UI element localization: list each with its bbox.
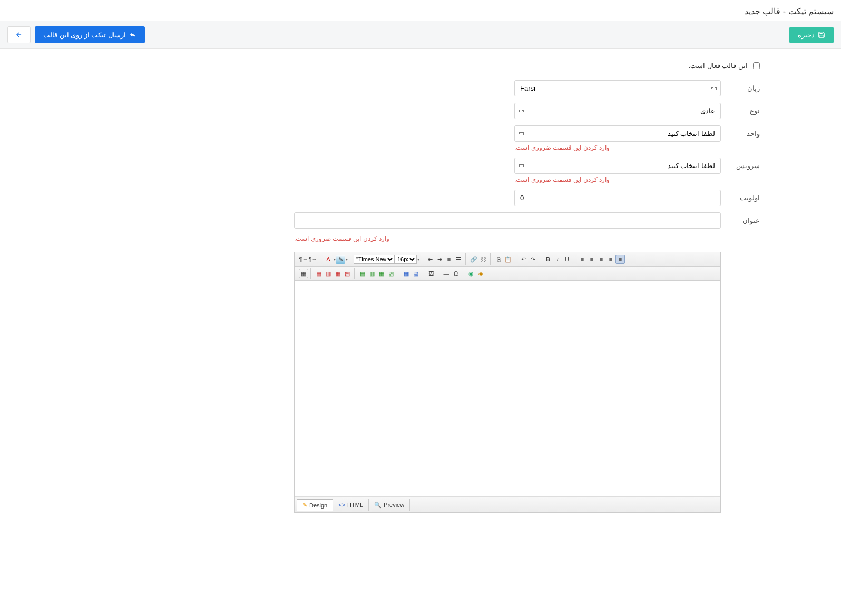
main-toolbar: ذخیره ارسال تیکت از روی این قالب bbox=[0, 21, 841, 49]
row-delete-icon[interactable]: ▦ bbox=[333, 269, 343, 278]
title-input[interactable] bbox=[294, 212, 721, 229]
undo-icon[interactable]: ↶ bbox=[519, 255, 528, 264]
service-error: وارد کردن این قسمت ضروری است. bbox=[514, 176, 721, 183]
col-merge-icon[interactable]: ▧ bbox=[386, 269, 396, 278]
paste-icon[interactable]: 📋 bbox=[503, 255, 513, 264]
insert-object-icon[interactable]: ◈ bbox=[476, 269, 485, 278]
row-merge-icon[interactable]: ▧ bbox=[343, 269, 352, 278]
unit-error: وارد کردن این قسمت ضروری است. bbox=[514, 144, 721, 151]
col-delete-icon[interactable]: ▦ bbox=[377, 269, 386, 278]
type-label: نوع bbox=[728, 103, 760, 115]
align-justify-icon[interactable]: ≡ bbox=[606, 255, 615, 264]
font-color-icon[interactable]: A bbox=[324, 255, 333, 264]
active-checkbox-label: این قالب فعال است. bbox=[689, 62, 748, 70]
paragraph-ltr-icon[interactable]: ¶← bbox=[299, 255, 308, 264]
priority-input[interactable] bbox=[514, 190, 721, 206]
save-button[interactable]: ذخیره bbox=[789, 27, 834, 43]
align-center-icon[interactable]: ≡ bbox=[587, 255, 596, 264]
unit-label: واحد bbox=[728, 125, 760, 138]
cell-merge-icon[interactable]: ▦ bbox=[402, 269, 411, 278]
code-icon: <> bbox=[338, 502, 345, 508]
insert-table-icon[interactable]: ▦ bbox=[299, 269, 308, 278]
tab-design[interactable]: ✎ Design bbox=[297, 499, 333, 511]
font-size-select[interactable]: 16px bbox=[395, 255, 417, 264]
language-select[interactable]: Farsi bbox=[514, 80, 721, 96]
ordered-list-icon[interactable]: ≡ bbox=[444, 255, 454, 264]
unordered-list-icon[interactable]: ☰ bbox=[454, 255, 463, 264]
unit-select[interactable]: لطفا انتخاب کنید bbox=[514, 125, 721, 142]
save-icon bbox=[818, 31, 825, 38]
align-right-icon[interactable]: ≡ bbox=[596, 255, 606, 264]
unlink-icon[interactable]: ⛓ bbox=[478, 255, 488, 264]
save-button-label: ذخیره bbox=[798, 31, 815, 39]
priority-label: اولویت bbox=[728, 190, 760, 202]
insert-media-icon[interactable]: ◉ bbox=[466, 269, 476, 278]
service-select[interactable]: لطفا انتخاب کنید bbox=[514, 158, 721, 174]
outdent-icon[interactable]: ⇤ bbox=[425, 255, 435, 264]
row-insert-above-icon[interactable]: ▤ bbox=[314, 269, 324, 278]
send-ticket-label: ارسال تیکت از روی این قالب bbox=[43, 31, 126, 39]
editor-toolbar-row-1: ¶← ¶→ A▾ ✎▾ "Times New ... 16px▾ ⇤ ⇥ ≡ ☰ bbox=[295, 252, 720, 267]
rich-text-editor: ¶← ¶→ A▾ ✎▾ "Times New ... 16px▾ ⇤ ⇥ ≡ ☰ bbox=[294, 252, 721, 513]
bold-icon[interactable]: B bbox=[543, 255, 553, 264]
pencil-icon: ✎ bbox=[302, 502, 307, 509]
tab-preview[interactable]: 🔍 Preview bbox=[369, 499, 410, 511]
title-label: عنوان bbox=[728, 212, 760, 224]
font-family-select[interactable]: "Times New ... bbox=[354, 255, 395, 264]
chevron-down-icon[interactable]: ▾ bbox=[417, 257, 419, 262]
page-title: سیستم تیکت - قالب جدید bbox=[0, 0, 841, 21]
active-checkbox[interactable] bbox=[753, 62, 760, 69]
redo-icon[interactable]: ↷ bbox=[528, 255, 537, 264]
arrow-left-icon bbox=[15, 31, 23, 38]
service-label: سرویس bbox=[728, 158, 760, 170]
tab-html-label: HTML bbox=[347, 502, 363, 508]
col-insert-left-icon[interactable]: ▤ bbox=[358, 269, 367, 278]
underline-icon[interactable]: U bbox=[562, 255, 572, 264]
link-icon[interactable]: 🔗 bbox=[469, 255, 478, 264]
italic-icon[interactable]: I bbox=[553, 255, 562, 264]
tab-preview-label: Preview bbox=[384, 502, 404, 508]
cell-split-icon[interactable]: ▧ bbox=[411, 269, 420, 278]
language-label: زبان bbox=[728, 80, 760, 92]
tab-design-label: Design bbox=[309, 502, 327, 509]
title-error: وارد کردن این قسمت ضروری است. bbox=[294, 235, 721, 242]
image-icon[interactable]: 🖼 bbox=[426, 269, 436, 278]
align-left-icon[interactable]: ≡ bbox=[578, 255, 587, 264]
send-ticket-button[interactable]: ارسال تیکت از روی این قالب bbox=[35, 26, 145, 43]
copy-icon[interactable]: ⎘ bbox=[494, 255, 503, 264]
paragraph-rtl-icon[interactable]: ¶→ bbox=[308, 255, 318, 264]
insert-hr-icon[interactable]: — bbox=[442, 269, 451, 278]
row-insert-below-icon[interactable]: ▥ bbox=[324, 269, 333, 278]
editor-footer: ✎ Design <> HTML 🔍 Preview bbox=[295, 497, 720, 512]
indent-icon[interactable]: ⇥ bbox=[435, 255, 444, 264]
back-button[interactable] bbox=[7, 26, 31, 43]
highlight-icon[interactable]: ✎ bbox=[336, 255, 345, 264]
active-checkbox-row: این قالب فعال است. bbox=[270, 62, 760, 70]
magnifier-icon: 🔍 bbox=[374, 502, 382, 509]
chevron-down-icon[interactable]: ▾ bbox=[346, 257, 348, 262]
align-default-icon[interactable]: ≡ bbox=[615, 255, 625, 264]
col-insert-right-icon[interactable]: ▥ bbox=[367, 269, 377, 278]
reply-icon bbox=[129, 31, 136, 38]
tab-html[interactable]: <> HTML bbox=[333, 499, 369, 511]
editor-toolbar-row-2: ▦ ▤ ▥ ▦ ▧ ▤ ▥ ▦ ▧ ▦ ▧ bbox=[295, 267, 720, 281]
insert-symbol-icon[interactable]: Ω bbox=[451, 269, 461, 278]
type-select[interactable]: عادی bbox=[514, 103, 721, 119]
editor-content-area[interactable] bbox=[295, 281, 720, 497]
